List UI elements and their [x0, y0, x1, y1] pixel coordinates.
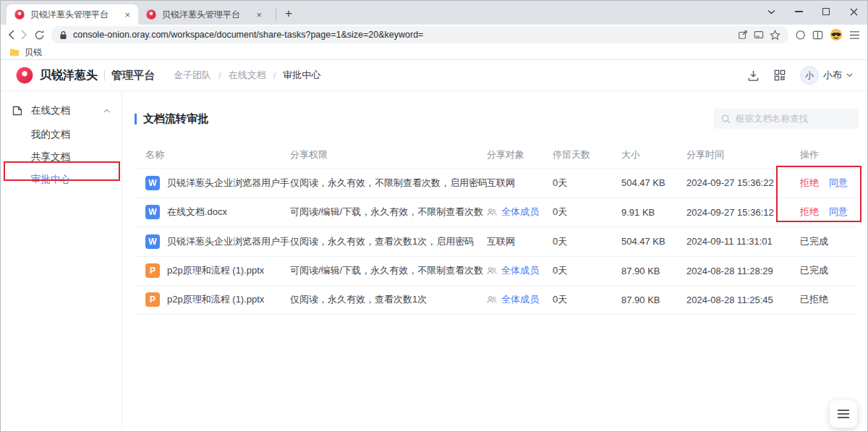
share-time: 2024-09-11 11:31:01: [686, 236, 800, 247]
stay-days: 0天: [553, 264, 621, 277]
search-input[interactable]: [736, 114, 851, 124]
sidebar-item-approval-center[interactable]: 审批中心: [1, 168, 122, 190]
column-header-action: 操作: [800, 148, 859, 161]
split-screen-icon[interactable]: [812, 30, 823, 41]
share-target: 全体成员: [487, 293, 553, 306]
share-target-link[interactable]: 全体成员: [501, 293, 539, 306]
share-permission: 仅阅读，永久有效，查看次数1次，启用密码: [290, 235, 487, 248]
settings-menu-icon[interactable]: [849, 30, 860, 40]
tab-title: 贝锐洋葱头管理平台: [30, 9, 117, 21]
minimize-button[interactable]: [785, 1, 812, 22]
browser-essentials-icon[interactable]: [795, 30, 806, 41]
table-row: P p2p原理和流程 (1).pptx 仅阅读，永久有效，查看次数1次 全体成员…: [135, 285, 859, 315]
address-bar[interactable]: console-onion.oray.com/workspace/documen…: [51, 26, 788, 43]
file-size: 9.91 KB: [621, 207, 686, 218]
sidebar-group-label: 在线文档: [31, 104, 70, 117]
bookmark-item[interactable]: 贝锐: [25, 46, 42, 59]
avatar: 小: [800, 66, 819, 85]
favorite-star-icon[interactable]: [770, 30, 780, 41]
share-permission: 可阅读/编辑/下载，永久有效，不限制查看次数: [290, 264, 487, 277]
url-text[interactable]: console-onion.oray.com/workspace/documen…: [73, 30, 732, 40]
members-icon: [487, 266, 497, 275]
site-favicon: [14, 9, 25, 20]
doc-name: 贝锐洋葱头企业浏览器用户手...: [167, 235, 290, 248]
column-header-size: 大小: [621, 148, 686, 161]
download-icon[interactable]: [747, 69, 760, 82]
approve-button[interactable]: 同意: [829, 206, 848, 219]
share-time: 2024-09-27 15:36:12: [686, 207, 800, 218]
sidebar-item-shared-docs[interactable]: 共享文档: [1, 145, 122, 168]
forward-icon[interactable]: [21, 30, 27, 40]
share-icon[interactable]: [738, 30, 748, 40]
ppt-icon: P: [145, 292, 160, 307]
reject-button[interactable]: 拒绝: [800, 206, 819, 219]
user-name: 小布: [823, 69, 842, 82]
chevron-down-icon[interactable]: [757, 1, 785, 22]
column-header-days: 停留天数: [553, 148, 621, 161]
doc-name: p2p原理和流程 (1).pptx: [167, 293, 264, 306]
window-controls: [757, 1, 867, 22]
members-icon: [487, 208, 497, 216]
floating-menu-button[interactable]: [830, 400, 857, 428]
qr-code-icon[interactable]: [774, 69, 786, 81]
new-tab-button[interactable]: +: [279, 4, 298, 23]
share-target-link[interactable]: 全体成员: [501, 264, 539, 277]
stay-days: 0天: [553, 235, 621, 248]
share-time: 2024-09-27 15:36:22: [686, 177, 800, 188]
table-row: W 贝锐洋葱头企业浏览器用户手... 仅阅读，永久有效，查看次数1次，启用密码 …: [135, 226, 859, 256]
bookmarks-bar: 贝锐: [1, 45, 867, 60]
maximize-button[interactable]: [812, 1, 840, 22]
user-menu[interactable]: 小 小布: [800, 66, 853, 85]
share-target: 互联网: [487, 177, 553, 190]
column-header-time: 分享时间: [686, 148, 800, 161]
browser-tab-1[interactable]: 贝锐洋葱头管理平台 ×: [7, 4, 138, 25]
word-doc-icon: W: [145, 176, 160, 190]
approve-button[interactable]: 同意: [829, 177, 848, 190]
site-header: 贝锐洋葱头 管理平台 金子团队 / 在线文档 / 审批中心 小 小布: [1, 60, 867, 91]
list-icon: [838, 410, 849, 418]
share-target-link[interactable]: 全体成员: [501, 206, 539, 219]
reject-button[interactable]: 拒绝: [800, 177, 819, 190]
sidebar-group-online-docs[interactable]: 在线文档: [1, 98, 122, 123]
status-text: 已拒绝: [800, 293, 828, 306]
brand-name: 贝锐洋葱头: [40, 68, 98, 83]
browser-window: 贝锐洋葱头管理平台 × 贝锐洋葱头管理平台 × +: [0, 0, 868, 432]
product-name: 管理平台: [111, 69, 155, 82]
sidebar-item-my-docs[interactable]: 我的文档: [1, 123, 122, 145]
search-box[interactable]: [714, 109, 859, 129]
column-header-perm: 分享权限: [290, 148, 487, 161]
lock-icon: [59, 30, 67, 40]
share-permission: 仅阅读，永久有效，不限制查看次数，启用密码: [290, 177, 487, 190]
breadcrumb-docs[interactable]: 在线文档: [229, 69, 266, 82]
close-button[interactable]: [840, 1, 867, 22]
browser-toolbar: console-onion.oray.com/workspace/documen…: [1, 25, 867, 45]
file-size: 504.47 KB: [621, 236, 686, 247]
profile-avatar-icon[interactable]: [830, 28, 843, 41]
table-header: 名称 分享权限 分享对象 停留天数 大小 分享时间 操作: [135, 141, 859, 168]
screenshot-icon[interactable]: [754, 30, 764, 40]
document-icon: [12, 105, 23, 117]
share-permission: 仅阅读，永久有效，查看次数1次: [290, 293, 487, 306]
sidebar: 在线文档 我的文档 共享文档 审批中心: [1, 91, 122, 432]
status-text: 已完成: [800, 235, 828, 248]
share-time: 2024-08-28 11:25:45: [686, 295, 800, 305]
doc-name: 在线文档.docx: [167, 206, 227, 219]
brand-logo-icon: [15, 66, 34, 85]
share-target: 全体成员: [487, 264, 553, 277]
word-doc-icon: W: [145, 205, 160, 219]
chevron-down-icon: [846, 73, 853, 77]
tab-close-icon[interactable]: ×: [122, 9, 132, 20]
word-doc-icon: W: [145, 234, 160, 249]
breadcrumb-team[interactable]: 金子团队: [174, 69, 211, 82]
tab-close-icon[interactable]: ×: [254, 9, 264, 20]
brand-divider: [104, 70, 105, 81]
back-icon[interactable]: [8, 30, 14, 40]
browser-tab-2[interactable]: 贝锐洋葱头管理平台 ×: [138, 4, 270, 25]
breadcrumb: 金子团队 / 在线文档 / 审批中心: [174, 69, 320, 82]
share-permission: 可阅读/编辑/下载，永久有效，不限制查看次数: [290, 206, 487, 219]
share-time: 2024-08-28 11:28:29: [686, 266, 800, 276]
chevron-up-icon: [103, 109, 110, 113]
main-content: 文档流转审批 名称 分享权限 分享对象 停留天数 大小 分享时间 操作: [122, 91, 867, 432]
status-text: 已完成: [800, 264, 828, 277]
refresh-icon[interactable]: [34, 30, 45, 41]
